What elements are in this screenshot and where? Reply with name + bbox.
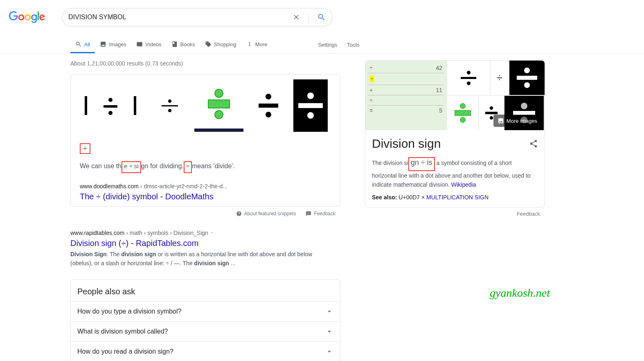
organic-result: www.rapidtables.com › math › symbols › D… xyxy=(70,230,340,268)
snippet-text: We can use the ÷ sign for dividing. ÷ me… xyxy=(80,161,335,173)
tools-link[interactable]: Tools xyxy=(347,42,359,48)
chevron-down-icon xyxy=(325,307,333,316)
paa-item[interactable]: What is division symbol called? xyxy=(71,321,340,341)
tab-books[interactable]: Books xyxy=(167,36,200,53)
kp-feedback[interactable]: Feedback xyxy=(365,211,540,217)
paa-item[interactable]: How do you read a division sign? xyxy=(71,341,340,361)
tab-videos[interactable]: Videos xyxy=(131,36,167,53)
search-icon[interactable] xyxy=(317,13,326,22)
tab-books-label: Books xyxy=(180,41,195,47)
search-bar[interactable] xyxy=(62,8,332,26)
chevron-down-icon xyxy=(325,347,333,356)
wikipedia-link[interactable]: Wikipedia xyxy=(451,181,476,188)
share-icon[interactable] xyxy=(529,139,538,148)
see-also-link[interactable]: MULTIPLICATION SIGN xyxy=(426,194,489,201)
image-strip[interactable] xyxy=(76,79,335,132)
search-input[interactable] xyxy=(68,14,292,21)
more-images-button[interactable]: More images xyxy=(493,115,541,127)
tab-shopping-label: Shopping xyxy=(214,41,236,47)
tabs-row: All Images Videos Books Shopping More Se… xyxy=(0,36,644,54)
result-stats: About 1,21,00,00,000 results (0.73 secon… xyxy=(70,60,340,67)
watermark: gyankosh.net xyxy=(490,287,550,300)
featured-snippet: ÷ We can use the ÷ sign for dividing. ÷ … xyxy=(70,74,340,207)
clear-icon[interactable] xyxy=(292,13,300,21)
google-logo[interactable] xyxy=(8,11,46,23)
feedback-link[interactable]: Feedback xyxy=(306,211,336,217)
kp-title: Division sign xyxy=(372,137,441,151)
tab-images[interactable]: Images xyxy=(95,36,131,53)
tab-all[interactable]: All xyxy=(70,36,95,53)
tab-images-label: Images xyxy=(109,41,126,47)
organic-title[interactable]: Division sign (÷) - RapidTables.com xyxy=(70,239,340,248)
organic-desc: Division Sign. The division sign or is w… xyxy=(70,250,316,268)
paa-item[interactable]: How do you type a division symbol? xyxy=(71,301,340,321)
kp-images[interactable]: ÷42 ÷ +11 ÷ =5 ÷ xyxy=(365,61,545,130)
paa-title: People also ask xyxy=(71,280,340,301)
knowledge-panel: ÷42 ÷ +11 ÷ =5 ÷ xyxy=(365,60,545,208)
tab-shopping[interactable]: Shopping xyxy=(200,36,241,53)
tab-videos-label: Videos xyxy=(145,41,162,47)
settings-link[interactable]: Settings xyxy=(318,42,337,48)
symbol-badge: ÷ xyxy=(80,143,90,154)
kp-see-also: See also: U+00D7 × MULTIPLICATION SIGN xyxy=(365,189,545,207)
chevron-down-icon xyxy=(325,327,333,336)
kp-description: The division sign ÷ is a symbol consisti… xyxy=(365,152,545,189)
tab-more-label: More xyxy=(255,41,268,47)
people-also-ask: People also ask How do you type a divisi… xyxy=(70,279,340,361)
tab-all-label: All xyxy=(84,41,90,47)
featured-cite: www.doodlemaths.com › dmsc-article-yr2-n… xyxy=(80,183,335,190)
featured-title[interactable]: The ÷ (divide) symbol - DoodleMaths xyxy=(80,192,335,201)
organic-cite: www.rapidtables.com › math › symbols › D… xyxy=(70,230,340,236)
about-snippets-link[interactable]: About featured snippets xyxy=(236,211,296,217)
tab-more[interactable]: More xyxy=(241,36,272,53)
